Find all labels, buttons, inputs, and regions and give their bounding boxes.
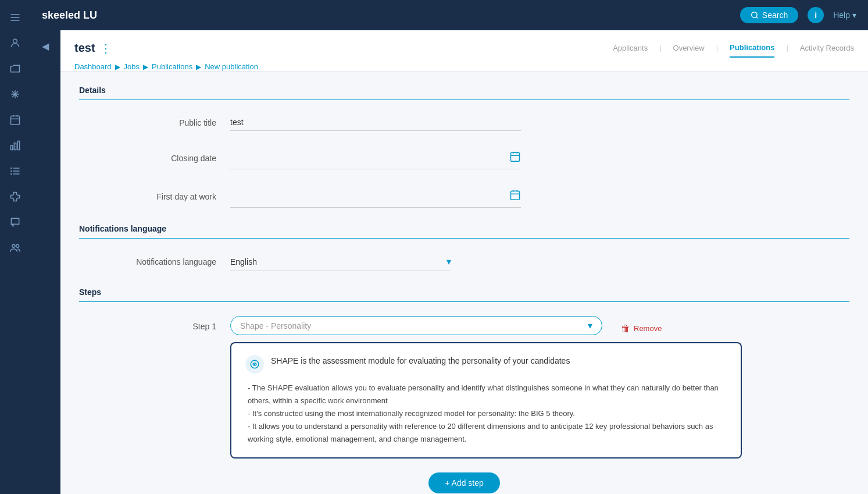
- info-bullet2: - It's constructed using the most intern…: [248, 407, 727, 420]
- collapse-button[interactable]: ◀: [37, 36, 53, 56]
- step1-label: Step 1: [79, 316, 230, 331]
- menu-icon[interactable]: [5, 7, 26, 28]
- search-label: Search: [762, 10, 788, 20]
- topbar: skeeled LU Search i Help ▾: [30, 0, 868, 30]
- closing-date-label: Closing date: [79, 154, 230, 163]
- notifications-language-label: Notifications language: [79, 257, 230, 266]
- user-icon[interactable]: [5, 33, 26, 54]
- search-button[interactable]: Search: [740, 7, 798, 23]
- folder-icon[interactable]: [5, 58, 26, 79]
- breadcrumb: Dashboard ▶ Jobs ▶ Publications ▶ New pu…: [74, 62, 854, 71]
- language-dropdown-arrow: ▾: [446, 256, 451, 267]
- info-box-title: SHAPE is the assessment module for evalu…: [271, 355, 570, 367]
- first-day-row: First day at work: [79, 186, 849, 208]
- closing-date-input[interactable]: [230, 154, 509, 163]
- svg-rect-25: [511, 152, 520, 161]
- chart-sidebar-icon[interactable]: [5, 135, 26, 156]
- breadcrumb-new-publication[interactable]: New publication: [205, 62, 258, 71]
- breadcrumb-dashboard[interactable]: Dashboard: [74, 62, 112, 71]
- step1-remove-button[interactable]: 🗑 Remove: [621, 318, 662, 334]
- svg-point-3: [13, 39, 17, 43]
- team-sidebar-icon[interactable]: [5, 237, 26, 258]
- step1-dropdown-arrow: ▾: [588, 320, 592, 331]
- svg-point-21: [12, 244, 15, 247]
- page-title: test: [74, 41, 95, 55]
- svg-point-20: [10, 173, 12, 175]
- sidebar2: ◀: [30, 30, 60, 494]
- svg-rect-13: [14, 143, 16, 150]
- step1-row: Step 1 Shape - Personality Shape - Cogni…: [79, 316, 849, 459]
- app-title: skeeled LU: [42, 9, 97, 22]
- info-bullet1: - The SHAPE evaluation allows you to eva…: [248, 382, 727, 407]
- help-button[interactable]: Help ▾: [833, 10, 856, 20]
- svg-point-23: [752, 12, 757, 17]
- public-title-input[interactable]: [230, 114, 521, 131]
- first-day-calendar-icon[interactable]: [509, 189, 521, 204]
- comment-sidebar-icon[interactable]: [5, 212, 26, 233]
- shape-info-box: SHAPE is the assessment module for evalu…: [230, 342, 742, 459]
- first-day-label: First day at work: [79, 192, 230, 201]
- calendar-sidebar-icon[interactable]: [5, 109, 26, 130]
- tab-applicants[interactable]: Applicants: [613, 39, 648, 57]
- page-tabs: Applicants | Overview | Publications | A…: [613, 38, 854, 58]
- svg-point-19: [10, 170, 12, 172]
- svg-rect-12: [11, 145, 13, 150]
- info-button[interactable]: i: [808, 7, 824, 23]
- breadcrumb-jobs[interactable]: Jobs: [124, 62, 140, 71]
- asterisk-icon[interactable]: [5, 84, 26, 105]
- notifications-section-title: Notifications language: [79, 224, 849, 239]
- step1-select[interactable]: Shape - Personality Shape - Cognitive Vi…: [240, 321, 588, 330]
- info-bullet3: - It allows you to understand a personal…: [248, 420, 727, 446]
- page-content: test ⋮ Applicants | Overview | Publicati…: [60, 30, 868, 494]
- form-area: Details Public title Closing date: [60, 72, 868, 494]
- steps-section-title: Steps: [79, 287, 849, 302]
- page-header: test ⋮ Applicants | Overview | Publicati…: [60, 30, 868, 72]
- trash-icon: 🗑: [621, 324, 630, 334]
- tab-activity-records[interactable]: Activity Records: [800, 39, 854, 57]
- svg-point-34: [254, 364, 255, 365]
- more-options-icon[interactable]: ⋮: [100, 41, 112, 55]
- svg-line-24: [756, 17, 758, 19]
- notifications-language-row: Notifications language English French Ge…: [79, 253, 849, 271]
- svg-point-22: [16, 244, 19, 247]
- tab-publications[interactable]: Publications: [730, 38, 774, 58]
- tab-overview[interactable]: Overview: [673, 39, 705, 57]
- details-section-title: Details: [79, 86, 849, 100]
- remove-label: Remove: [634, 324, 662, 333]
- list-sidebar-icon[interactable]: [5, 161, 26, 182]
- notifications-language-select[interactable]: English French German Spanish: [230, 257, 446, 266]
- first-day-input[interactable]: [230, 192, 509, 201]
- svg-rect-14: [17, 141, 19, 150]
- public-title-row: Public title: [79, 114, 849, 131]
- closing-date-calendar-icon[interactable]: [509, 151, 521, 165]
- sidebar: [0, 0, 30, 494]
- public-title-label: Public title: [79, 118, 230, 127]
- info-box-body: - The SHAPE evaluation allows you to eva…: [245, 382, 727, 446]
- shape-brand-icon: [245, 355, 264, 374]
- svg-rect-29: [511, 191, 520, 200]
- breadcrumb-publications[interactable]: Publications: [152, 62, 192, 71]
- add-step-area: + Add step: [79, 472, 849, 493]
- puzzle-sidebar-icon[interactable]: [5, 186, 26, 207]
- closing-date-row: Closing date: [79, 147, 849, 169]
- svg-point-18: [10, 168, 12, 169]
- add-step-button[interactable]: + Add step: [428, 472, 500, 493]
- svg-rect-8: [11, 116, 20, 125]
